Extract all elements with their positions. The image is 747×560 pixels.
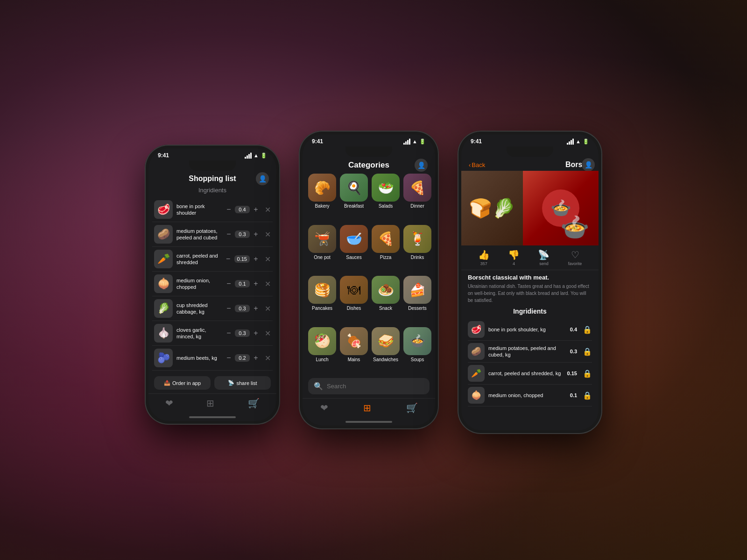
send-icon: 📡 — [538, 249, 550, 260]
increase-button[interactable]: + — [252, 205, 260, 214]
category-item-breakfast[interactable]: 🍳 Breakfast — [340, 174, 368, 221]
nav-favorites-2[interactable]: ❤ — [320, 402, 328, 413]
category-image: 🍕 — [372, 225, 400, 253]
decrease-button[interactable]: − — [224, 255, 233, 263]
decrease-button[interactable]: − — [225, 280, 233, 288]
category-item-one-pot[interactable]: 🫕 One pot — [308, 225, 336, 273]
battery-icon-3: 🔋 — [583, 139, 589, 145]
ingredient-image: 🥬 — [154, 299, 173, 318]
category-item-desserts[interactable]: 🍰 Desserts — [403, 276, 431, 323]
delete-button[interactable]: ✕ — [265, 304, 271, 313]
ingredient-item: 🧄 cloves garlic, minced, kg − 0.3 + ✕ — [152, 321, 273, 346]
delete-button[interactable]: ✕ — [265, 354, 271, 363]
recipe-ingredient-list: 🥩 bone in pork shoulder, kg 0.4 🔒 🥔 medi… — [468, 319, 592, 406]
nav-cart-2[interactable]: 🛒 — [406, 402, 418, 413]
delete-button[interactable]: ✕ — [265, 280, 271, 288]
delete-button[interactable]: ✕ — [265, 205, 271, 214]
category-item-sandwiches[interactable]: 🥪 Sandwiches — [372, 327, 400, 375]
delete-button[interactable]: ✕ — [265, 329, 271, 338]
like-button[interactable]: 👍 357 — [478, 249, 490, 266]
recipe-ingredient-qty: 0.15 — [567, 371, 577, 376]
recipe-actions: 👍 357 👎 4 📡 send ♡ favorite — [461, 245, 599, 270]
recipe-ingredient-image: 🥔 — [468, 343, 485, 360]
recipe-ingredient-image: 🥕 — [468, 365, 485, 382]
dislike-button[interactable]: 👎 4 — [508, 249, 520, 266]
ingredient-name: carrot, peeled and shredded — [176, 252, 220, 266]
profile-button-1[interactable] — [256, 172, 269, 185]
category-item-pancakes[interactable]: 🥞 Pancakes — [308, 276, 336, 323]
increase-button[interactable]: + — [252, 230, 260, 238]
bottom-nav-2: ❤ ⊞ 🛒 — [303, 398, 435, 419]
recipe-ingredient-image: 🥩 — [468, 321, 485, 338]
category-label: Dishes — [347, 306, 361, 311]
lock-icon[interactable]: 🔒 — [583, 391, 592, 400]
recipe-ingredient-name: medium potatoes, peeled and cubed, kg — [488, 345, 566, 358]
share-list-button[interactable]: 📡 share list — [214, 376, 271, 390]
category-item-salads[interactable]: 🥗 Salads — [372, 174, 400, 221]
recipe-ingredient-qty: 0.3 — [570, 349, 577, 354]
lock-icon[interactable]: 🔒 — [583, 325, 592, 334]
category-item-pizza[interactable]: 🍕 Pizza — [372, 225, 400, 273]
send-button[interactable]: 📡 send — [538, 249, 550, 266]
increase-button[interactable]: + — [252, 304, 260, 313]
decrease-button[interactable]: − — [225, 230, 233, 238]
lock-icon[interactable]: 🔒 — [583, 347, 592, 356]
quantity-value: 0.3 — [235, 305, 250, 312]
increase-button[interactable]: + — [252, 255, 260, 263]
recipe-desc-title: Borscht classical with meat. — [468, 274, 592, 281]
profile-button-2[interactable] — [415, 159, 428, 172]
battery-icon-2: 🔋 — [419, 139, 426, 145]
decrease-button[interactable]: − — [225, 354, 233, 362]
quantity-controls: − 0.3 + — [225, 304, 260, 313]
ingredient-image: 🥕 — [154, 250, 173, 268]
increase-button[interactable]: + — [252, 354, 260, 362]
chevron-left-icon: ‹ — [469, 161, 471, 168]
category-item-bakery[interactable]: 🥐 Bakery — [308, 174, 336, 221]
nav-categories-2[interactable]: ⊞ — [363, 402, 371, 413]
category-item-dinner[interactable]: 🍕 Dinner — [403, 174, 431, 221]
category-image: 🫕 — [308, 225, 336, 253]
category-label: Soups — [411, 357, 424, 362]
quantity-value: 0.2 — [235, 354, 250, 362]
nav-cart-1[interactable]: 🛒 — [248, 398, 260, 409]
recipe-ingredient-image: 🧅 — [468, 387, 485, 404]
category-item-soups[interactable]: 🍲 Soups — [403, 327, 431, 375]
increase-button[interactable]: + — [252, 329, 260, 337]
category-item-mains[interactable]: 🍖 Mains — [340, 327, 368, 375]
shopping-header: Shopping list — [148, 171, 276, 185]
lock-icon[interactable]: 🔒 — [583, 369, 592, 378]
category-item-lunch[interactable]: 🥙 Lunch — [308, 327, 336, 375]
wifi-icon-1: ▲ — [254, 153, 259, 158]
profile-button-3[interactable] — [582, 158, 595, 171]
recipe-ingr-section-title: Ingridients — [468, 308, 592, 315]
search-bar[interactable]: 🔍 — [308, 378, 430, 394]
nav-categories-1[interactable]: ⊞ — [206, 398, 214, 409]
category-label: Mains — [348, 357, 360, 362]
category-item-dishes[interactable]: 🍽 Dishes — [340, 276, 368, 323]
category-label: Salads — [379, 203, 393, 209]
recipe-header: ‹ Back Borsch — [461, 157, 599, 171]
increase-button[interactable]: + — [252, 280, 260, 288]
category-label: One pot — [314, 255, 331, 260]
back-button[interactable]: ‹ Back — [469, 161, 485, 168]
time-3: 9:41 — [471, 138, 482, 145]
delete-button[interactable]: ✕ — [265, 255, 271, 264]
quantity-value: 0.3 — [235, 231, 250, 238]
like-count: 357 — [480, 261, 487, 266]
category-item-snack[interactable]: 🧆 Snack — [372, 276, 400, 323]
nav-favorites-1[interactable]: ❤ — [165, 398, 173, 409]
recipe-image-soup: 🍲 — [523, 171, 599, 245]
search-input[interactable] — [327, 383, 424, 390]
category-item-drinks[interactable]: 🍹 Drinks — [403, 225, 431, 273]
category-image: 🥣 — [340, 225, 368, 253]
order-in-app-button[interactable]: 📤 Order in app — [154, 376, 211, 390]
decrease-button[interactable]: − — [225, 205, 233, 214]
delete-button[interactable]: ✕ — [265, 230, 271, 239]
decrease-button[interactable]: − — [225, 329, 233, 337]
status-icons-2: ▲ 🔋 — [403, 139, 426, 145]
battery-icon-1: 🔋 — [261, 153, 267, 159]
quantity-controls: − 0.3 + — [225, 230, 260, 238]
favorite-button[interactable]: ♡ favorite — [568, 249, 582, 266]
category-item-sauces[interactable]: 🥣 Sauces — [340, 225, 368, 273]
decrease-button[interactable]: − — [225, 304, 233, 313]
